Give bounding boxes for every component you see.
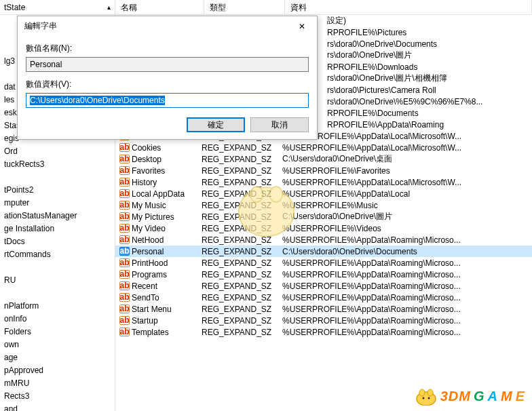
tree-item[interactable]: ge Installation [0,222,115,235]
value-name: Startup [132,316,202,326]
value-type: REG_EXPAND_SZ [202,143,282,153]
tree-item[interactable]: Folders [0,326,115,338]
value-name-label: 數值名稱(N): [26,43,309,54]
value-row[interactable]: abLocal AppDataREG_EXPAND_SZ%USERPROFILE… [115,188,532,199]
tree-item[interactable]: age [0,351,115,364]
tree-item[interactable] [0,287,115,300]
value-row[interactable]: abCookiesREG_EXPAND_SZ%USERPROFILE%\AppD… [115,142,532,153]
value-row[interactable]: abFavoritesREG_EXPAND_SZ%USERPROFILE%\Fa… [115,165,532,176]
tree-item[interactable]: onInfo [0,313,115,326]
tree-item[interactable]: ationStatusManager [0,210,115,222]
tree-item[interactable]: Ord [0,145,115,158]
tree-item[interactable]: tPoints2 [0,184,115,197]
tree-header[interactable]: tState ▴ [0,0,115,15]
column-type[interactable]: 類型 [204,0,285,14]
tree-item[interactable]: mputer [0,197,115,210]
value-data: %USERPROFILE%\AppData\Roaming\Microso... [282,293,532,302]
cancel-button[interactable]: 取消 [250,117,309,132]
column-data[interactable]: 資料 [285,0,532,14]
column-headers[interactable]: 名稱 類型 資料 [115,0,532,15]
value-row[interactable]: abMy VideoREG_EXPAND_SZ%USERPROFILE%\Vid… [115,222,532,234]
svg-text:ab: ab [119,247,129,256]
column-name[interactable]: 名稱 [115,0,204,14]
value-data: %USERPROFILE%\AppData\Roaming\Microso... [282,305,532,314]
watermark-logo: 3DMGAME [415,387,525,406]
value-data: C:\Users\dora0\OneDrive\桌面 [282,153,532,165]
svg-point-43 [428,397,430,399]
value-name: Favorites [132,166,202,176]
tree-item[interactable]: RU [0,274,115,287]
value-data-selected-text: C:\Users\dora0\OneDrive\Documents [30,96,165,105]
tree-item[interactable]: Rects3 [0,390,115,403]
tree-item[interactable]: pApproved [0,364,115,377]
value-data: 設定) [327,15,532,26]
ok-button[interactable]: 確定 [187,117,245,132]
value-data: rs\dora0\OneDrive\%E5%9C%96%E7%8... [327,97,532,106]
value-data: %USERPROFILE%\AppData\Local [282,189,532,199]
value-type: REG_EXPAND_SZ [202,258,282,268]
tree-item[interactable]: tuckRects3 [0,158,115,171]
value-type: REG_EXPAND_SZ [202,305,282,314]
svg-text:ab: ab [119,316,129,325]
value-row[interactable]: abNetHoodREG_EXPAND_SZ%USERPROFILE%\AppD… [115,234,532,246]
tree-item[interactable] [0,261,115,274]
value-row[interactable]: abDesktopREG_EXPAND_SZC:\Users\dora0\One… [115,153,532,165]
value-data-label: 數值資料(V): [26,79,309,90]
value-row[interactable]: abStart MenuREG_EXPAND_SZ%USERPROFILE%\A… [115,303,532,315]
dialog-body: 數值名稱(N): 數值資料(V): C:\Users\dora0\OneDriv… [18,36,317,136]
value-type: REG_EXPAND_SZ [202,201,282,210]
wm-e: E [516,389,525,404]
tree-item[interactable]: mMRU [0,377,115,390]
value-row[interactable]: abHistoryREG_EXPAND_SZ%USERPROFILE%\AppD… [115,176,532,188]
mascot-icon [415,387,438,406]
string-value-icon: ab [119,166,130,176]
string-value-icon: ab [119,143,130,153]
value-row[interactable]: abTemplatesREG_EXPAND_SZ%USERPROFILE%\Ap… [115,326,532,338]
value-data: %USERPROFILE%\AppData\Roaming\Microso... [282,270,532,279]
value-name: Templates [132,328,202,337]
value-name: My Video [132,224,202,233]
value-name-input[interactable] [26,57,309,72]
value-data: RPROFILE%\Downloads [327,62,532,72]
value-name: Personal [132,247,202,256]
tree-item[interactable]: tDocs [0,235,115,248]
value-row[interactable]: abStartupREG_EXPAND_SZ%USERPROFILE%\AppD… [115,315,532,326]
dialog-title-text: 編輯字串 [24,20,57,32]
value-row[interactable]: abProgramsREG_EXPAND_SZ%USERPROFILE%\App… [115,269,532,280]
string-value-icon: ab [119,281,130,291]
close-button[interactable]: ✕ [286,17,317,36]
svg-text:ab: ab [119,293,129,302]
svg-text:ab: ab [119,201,129,210]
value-name: My Pictures [132,212,202,222]
svg-text:ab: ab [119,328,129,336]
value-row[interactable]: abMy PicturesREG_EXPAND_SZC:\Users\dora0… [115,211,532,222]
svg-text:ab: ab [119,212,129,221]
value-row[interactable]: abRecentREG_EXPAND_SZ%USERPROFILE%\AppDa… [115,280,532,292]
value-data-input[interactable]: C:\Users\dora0\OneDrive\Documents [26,93,309,108]
value-name: Desktop [132,155,202,164]
value-name: NetHood [132,235,202,245]
value-data: C:\Users\dora0\OneDrive\圖片 [282,211,532,222]
value-row[interactable]: abPersonalREG_EXPAND_SZC:\Users\dora0\On… [115,246,532,257]
svg-text:ab: ab [119,166,129,175]
value-name: SendTo [132,293,202,302]
tree-item[interactable]: and [0,403,115,411]
value-row[interactable]: abMy MusicREG_EXPAND_SZ%USERPROFILE%\Mus… [115,199,532,211]
string-value-icon: ab [119,305,130,314]
string-value-icon: ab [119,189,130,199]
tree-item[interactable] [0,171,115,184]
value-name: Local AppData [132,189,202,199]
tree-item[interactable]: rtCommands [0,248,115,261]
value-data: RPROFILE%\Pictures [327,28,532,37]
tree-item[interactable]: nPlatform [0,300,115,313]
svg-point-41 [428,389,433,396]
value-data: %USERPROFILE%\Videos [282,224,532,233]
value-row[interactable]: abSendToREG_EXPAND_SZ%USERPROFILE%\AppDa… [115,292,532,303]
value-name: PrintHood [132,258,202,268]
dialog-titlebar[interactable]: 編輯字串 ✕ [18,16,317,36]
wm-g: G [474,389,485,404]
value-data: C:\Users\dora0\OneDrive\Documents [282,247,532,256]
svg-text:ab: ab [119,305,129,313]
value-row[interactable]: abPrintHoodREG_EXPAND_SZ%USERPROFILE%\Ap… [115,257,532,269]
tree-item[interactable]: own [0,338,115,351]
